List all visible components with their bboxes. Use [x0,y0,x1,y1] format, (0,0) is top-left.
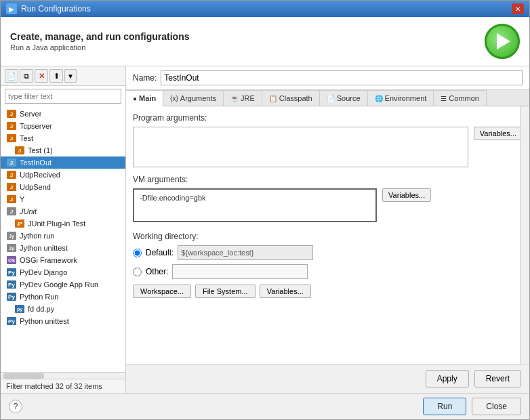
list-item-junit-group[interactable]: J JUnit [1,205,125,217]
classpath-tab-icon: 📋 [269,95,277,102]
sidebar-toolbar: 📄 ⧉ ✕ ⬆ ▼ [1,66,125,86]
tab-environment-label: Environment [385,94,427,102]
duplicate-config-button[interactable]: ⧉ [20,69,33,83]
tab-main[interactable]: ● Main [126,90,163,106]
tab-content-main: Program arguments: Variables... VM argum… [126,106,529,364]
list-item[interactable]: py fd dd.py [1,303,125,315]
other-dir-input[interactable] [172,264,308,279]
list-item-testinout[interactable]: J TestInOut [1,156,125,169]
junit-icon: JP [14,219,25,228]
vm-args-box[interactable]: -Dfile.encoding=gbk [133,188,377,222]
revert-button[interactable]: Revert [474,370,521,387]
tab-arguments-label: Arguments [180,94,216,102]
header-title: Create, manage, and run configurations [10,31,190,42]
list-item[interactable]: J Y [1,193,125,205]
vm-args-variables-button[interactable]: Variables... [382,188,431,202]
osgi-icon: OS [6,255,17,265]
header-subtitle: Run a Java application [10,43,190,51]
close-window-button[interactable]: ✕ [512,3,524,14]
dir-variables-button[interactable]: Variables... [260,285,311,298]
default-dir-input[interactable] [178,245,313,260]
environment-tab-icon: 🌐 [375,95,383,102]
footer-bar: ? Run Close [1,393,529,419]
tab-common[interactable]: ☰ Common [434,90,487,106]
header-text: Create, manage, and run configurations R… [10,31,190,51]
java-icon: J [6,170,17,180]
jython-icon: Jy [6,231,17,240]
window-icon: ▶ [6,3,17,14]
tab-environment[interactable]: 🌐 Environment [368,90,434,106]
help-button[interactable]: ? [9,400,22,413]
list-item[interactable]: J Tcpserver [1,120,125,132]
run-triangle-icon [497,33,510,49]
tab-source[interactable]: 📄 Source [320,90,368,106]
java-icon: J [6,133,17,143]
tab-arguments[interactable]: {x} Arguments [163,90,224,106]
workspace-button[interactable]: Workspace... [133,285,191,298]
new-config-button[interactable]: 📄 [5,69,18,83]
name-row: Name: [126,66,529,90]
python-icon: Py [6,292,17,301]
list-item[interactable]: JP JUnit Plug-in Test [1,217,125,230]
tab-source-label: Source [337,94,361,102]
name-label: Name: [133,73,157,83]
program-args-variables-button[interactable]: Variables... [474,127,523,140]
vm-args-label: VM arguments: [133,175,523,184]
list-item[interactable]: Py PyDev Django [1,266,125,278]
run-configuration-button[interactable] [485,24,520,59]
sidebar-scrollbar-h[interactable] [1,372,125,379]
program-args-input[interactable] [133,127,468,167]
working-dir-label: Working directory: [133,232,523,241]
list-item[interactable]: Jy Jython run [1,230,125,242]
pydev-icon: Py [6,268,17,277]
default-radio[interactable] [133,249,142,257]
run-button[interactable]: Run [423,398,466,415]
title-bar: ▶ Run Configurations ✕ [1,1,529,17]
delete-config-button[interactable]: ✕ [35,69,48,83]
jre-tab-icon: ☕ [230,95,239,102]
file-system-button[interactable]: File System... [195,285,256,298]
program-args-row: Variables... [133,127,523,169]
java-icon: J [6,121,17,131]
close-button[interactable]: Close [472,398,521,415]
list-item[interactable]: J Server [1,108,125,120]
vm-args-value: -Dfile.encoding=gbk [140,194,206,202]
export-config-button[interactable]: ⬆ [49,69,63,83]
tab-classpath-label: Classpath [279,94,312,102]
list-item[interactable]: Jy Jython unittest [1,242,125,254]
list-item[interactable]: J UdpRecived [1,169,125,181]
java-icon: J [6,182,17,192]
tab-jre-label: JRE [241,94,255,102]
list-item[interactable]: Py Python Run [1,291,125,303]
filter-input[interactable] [5,89,121,104]
other-radio-label: Other: [146,267,168,276]
other-radio[interactable] [133,268,142,276]
tab-jre[interactable]: ☕ JRE [224,90,262,106]
sidebar: 📄 ⧉ ✕ ⬆ ▼ J Server J Tcpserver [1,66,126,393]
py-file-icon: py [14,304,25,314]
list-item[interactable]: J UdpSend [1,181,125,193]
list-item[interactable]: Py Python unittest [1,315,125,327]
run-configurations-window: ▶ Run Configurations ✕ Create, manage, a… [0,0,530,420]
title-bar-buttons: ✕ [512,3,524,14]
vm-args-row: -Dfile.encoding=gbk Variables... [133,188,523,222]
tab-main-label: Main [139,94,156,102]
dropdown-icon: ▼ [65,72,76,80]
common-tab-icon: ☰ [441,95,447,102]
list-item[interactable]: J Test (1) [1,144,125,156]
apply-button[interactable]: Apply [426,370,469,387]
filter-status: Filter matched 32 of 32 items [6,382,102,390]
tab-classpath[interactable]: 📋 Classpath [262,90,320,106]
name-input[interactable] [161,70,523,85]
list-item[interactable]: Py PyDev Google App Run [1,278,125,291]
main-content: 📄 ⧉ ✕ ⬆ ▼ J Server J Tcpserver [1,66,529,393]
right-panel-scrollbar[interactable] [520,106,529,364]
more-options-dropdown[interactable]: ▼ [64,69,77,83]
tab-common-label: Common [449,94,479,102]
list-item[interactable]: J Test [1,132,125,144]
header-area: Create, manage, and run configurations R… [1,17,529,66]
list-item[interactable]: OS OSGi Framework [1,254,125,266]
junit-group-icon: J [6,207,17,216]
footer-buttons: Run Close [423,398,521,415]
python-icon: Py [6,316,17,326]
